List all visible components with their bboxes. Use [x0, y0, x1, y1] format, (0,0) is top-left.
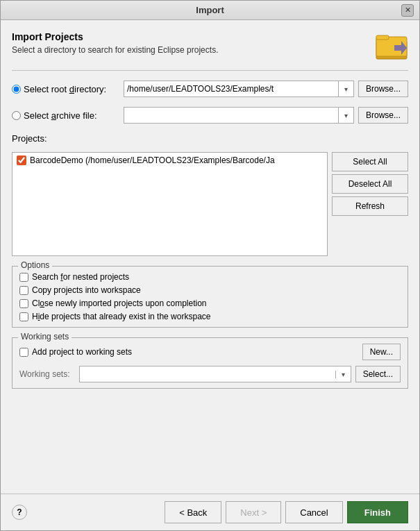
option-nested-label: Search for nested projects — [32, 272, 129, 282]
archive-file-radio-label[interactable]: Select archive file: — [12, 110, 119, 121]
header-subtitle: Select a directory to search for existin… — [12, 45, 368, 55]
archive-file-radio[interactable] — [12, 111, 21, 120]
option-nested-checkbox[interactable] — [19, 273, 28, 282]
dialog-title: Import — [19, 5, 401, 15]
projects-area: BarcodeDemo (/home/user/LEADTOOLS23/Exam… — [12, 152, 408, 256]
deselect-all-button[interactable]: Deselect All — [332, 174, 408, 194]
option-copy-label: Copy projects into workspace — [32, 285, 141, 295]
finish-button[interactable]: Finish — [347, 501, 408, 523]
refresh-button[interactable]: Refresh — [332, 196, 408, 216]
working-sets-group-label: Working sets — [18, 332, 72, 342]
import-dialog: Import ✕ Import Projects Select a direct… — [0, 0, 420, 531]
select-all-button[interactable]: Select All — [332, 152, 408, 171]
cancel-button[interactable]: Cancel — [285, 501, 342, 523]
archive-file-label: Select archive file: — [24, 110, 97, 121]
separator — [12, 70, 408, 71]
archive-file-dropdown-arrow[interactable]: ▾ — [338, 108, 353, 123]
option-close-label: Close newly imported projects upon compl… — [32, 298, 207, 308]
options-group: Options Search for nested projects Copy … — [12, 266, 408, 328]
help-button[interactable]: ? — [12, 505, 27, 520]
root-directory-browse-button[interactable]: Browse... — [358, 81, 408, 97]
working-sets-field-label: Working sets: — [19, 369, 75, 379]
select-working-set-button[interactable]: Select... — [355, 366, 401, 382]
folder-svg — [375, 31, 408, 60]
header-section: Import Projects Select a directory to se… — [12, 31, 408, 60]
projects-buttons: Select All Deselect All Refresh — [332, 152, 408, 256]
option-close-checkbox[interactable] — [19, 299, 28, 308]
option-copy-row: Copy projects into workspace — [19, 285, 401, 295]
folder-icon — [375, 31, 408, 60]
close-button[interactable]: ✕ — [401, 4, 414, 17]
working-sets-input[interactable] — [80, 368, 335, 380]
working-sets-dropdown[interactable]: ▾ — [79, 366, 351, 382]
root-directory-input-container: ▾ — [124, 81, 354, 97]
svg-rect-3 — [376, 35, 389, 40]
new-working-set-button[interactable]: New... — [362, 344, 401, 360]
archive-file-browse-button[interactable]: Browse... — [358, 107, 408, 124]
main-content: Import Projects Select a directory to se… — [1, 20, 419, 494]
bottom-bar: ? < Back Next > Cancel Finish — [1, 494, 419, 530]
project-text-0: BarcodeDemo (/home/user/LEADTOOLS23/Exam… — [30, 155, 275, 165]
option-hide-row: Hide projects that already exist in the … — [19, 312, 401, 321]
root-directory-row: Select root directory: ▾ Browse... — [12, 81, 408, 97]
working-sets-field-row: Working sets: ▾ Select... — [19, 366, 401, 382]
working-sets-add-row: Add project to working sets New... — [19, 344, 401, 360]
project-checkbox-0[interactable] — [17, 155, 26, 165]
add-to-working-sets-checkbox[interactable] — [19, 348, 28, 357]
working-sets-dropdown-arrow[interactable]: ▾ — [335, 371, 351, 378]
table-row: BarcodeDemo (/home/user/LEADTOOLS23/Exam… — [14, 154, 326, 167]
options-group-label: Options — [18, 260, 52, 270]
root-directory-dropdown-arrow[interactable]: ▾ — [338, 81, 353, 96]
root-directory-radio[interactable] — [12, 85, 21, 94]
archive-file-row: Select archive file: ▾ Browse... — [12, 107, 408, 124]
working-sets-add-left: Add project to working sets — [19, 347, 132, 357]
option-hide-checkbox[interactable] — [19, 312, 28, 321]
header-title: Import Projects — [12, 31, 368, 42]
option-nested-row: Search for nested projects — [19, 272, 401, 282]
add-to-working-sets-label: Add project to working sets — [32, 347, 132, 357]
option-close-row: Close newly imported projects upon compl… — [19, 298, 401, 308]
working-sets-group: Working sets Add project to working sets… — [12, 337, 408, 389]
option-hide-label: Hide projects that already exist in the … — [32, 312, 210, 321]
root-directory-label: Select root directory: — [24, 84, 106, 94]
projects-list[interactable]: BarcodeDemo (/home/user/LEADTOOLS23/Exam… — [12, 152, 328, 256]
archive-file-input[interactable] — [124, 108, 338, 123]
root-directory-radio-label[interactable]: Select root directory: — [12, 84, 119, 94]
projects-label: Projects: — [12, 133, 408, 144]
option-copy-checkbox[interactable] — [19, 286, 28, 295]
header-text: Import Projects Select a directory to se… — [12, 31, 368, 55]
nav-buttons: < Back Next > Cancel Finish — [165, 501, 408, 523]
back-button[interactable]: < Back — [165, 501, 221, 523]
root-directory-input[interactable] — [124, 81, 338, 96]
next-button[interactable]: Next > — [226, 501, 281, 523]
archive-file-input-container: ▾ — [124, 107, 354, 124]
title-bar: Import ✕ — [1, 1, 419, 20]
